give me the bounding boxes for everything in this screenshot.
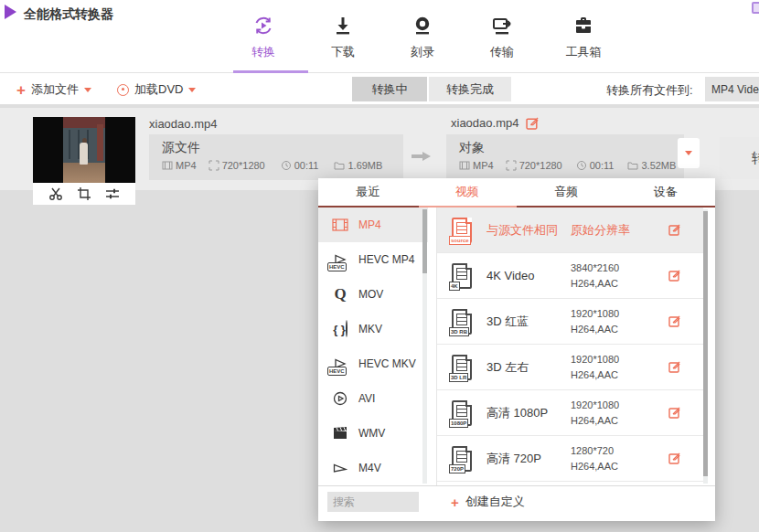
edit-preset-icon[interactable] xyxy=(668,360,682,374)
nav-tab-toolbox[interactable]: 工具箱 xyxy=(545,15,622,60)
clip-toolbar xyxy=(33,183,135,205)
source-doc-icon: source xyxy=(452,218,472,243)
preset-3d-left-right[interactable]: 3D LR 3D 左右 1920*1080H264,AAC xyxy=(437,345,703,390)
video-thumbnail[interactable] xyxy=(33,117,135,183)
app-logo-icon xyxy=(5,5,16,19)
4k-doc-icon: 4K xyxy=(452,263,472,289)
film-icon xyxy=(459,160,470,171)
resolution-icon xyxy=(506,160,517,171)
crop-icon[interactable] xyxy=(77,186,91,201)
nav-tab-transfer[interactable]: 传输 xyxy=(464,15,540,60)
matroska-icon: { } xyxy=(329,321,351,337)
thumbnail-image xyxy=(63,117,105,183)
preset-dropdown-button[interactable] xyxy=(678,138,700,168)
tab-completed[interactable]: 转换完成 xyxy=(429,77,511,101)
source-info-box: 源文件 MP4 720*1280 00:11 1.69MB xyxy=(149,134,403,180)
3d-rb-doc-icon: 3D RB xyxy=(452,309,472,335)
account-icon[interactable] xyxy=(752,2,759,14)
format-option-mov[interactable]: Q MOV xyxy=(318,277,428,312)
create-custom-button[interactable]: + 创建自定义 xyxy=(451,494,525,510)
preset-list: source 与源文件相同 原始分辨率 4K 4K Video 3840*216… xyxy=(437,207,703,487)
nav-tab-convert[interactable]: 转换 xyxy=(225,15,302,60)
play-circle-icon xyxy=(329,391,351,406)
preset-3d-red-blue[interactable]: 3D RB 3D 红蓝 1920*1080H264,AAC xyxy=(437,299,703,345)
3d-lr-doc-icon: 3D LR xyxy=(452,355,472,380)
app-window: 全能格式转换器 转换 下载 xyxy=(0,0,759,532)
plus-icon: + xyxy=(451,495,459,509)
load-dvd-button[interactable]: 加载DVD xyxy=(117,80,196,99)
format-option-avi[interactable]: AVI xyxy=(318,381,428,416)
row-convert-button[interactable]: 转换 xyxy=(720,137,759,179)
filmstrip-icon xyxy=(329,218,351,231)
target-filename: xiaodao.mp4 xyxy=(451,116,518,130)
nav-tab-download[interactable]: 下载 xyxy=(305,15,381,60)
clock-icon xyxy=(281,160,292,171)
trim-scissors-icon[interactable] xyxy=(48,186,63,201)
720p-doc-icon: 720P xyxy=(452,446,472,472)
disc-icon xyxy=(117,84,129,96)
popup-tab-audio[interactable]: 音频 xyxy=(517,178,616,206)
convert-all-label: 转换所有文件到: xyxy=(606,82,693,99)
quicktime-icon: Q xyxy=(329,285,351,303)
chevron-down-icon xyxy=(685,151,692,155)
convert-icon xyxy=(252,15,274,37)
1080p-doc-icon: 1080P xyxy=(452,400,472,426)
clapperboard-icon xyxy=(329,427,351,440)
chevron-down-icon xyxy=(84,88,91,92)
arrow-right-icon xyxy=(412,151,432,162)
film-icon xyxy=(162,160,173,171)
nav-tab-burn[interactable]: 刻录 xyxy=(384,15,461,60)
folder-icon xyxy=(627,160,638,171)
preset-list-scrollbar[interactable] xyxy=(703,209,708,484)
format-option-m4v[interactable]: M4V xyxy=(318,451,428,485)
target-info-box: 对象 MP4 720*1280 00:11 3.52MB xyxy=(446,134,684,180)
hevc-play-icon: HEVC xyxy=(329,253,351,266)
add-file-button[interactable]: + 添加文件 xyxy=(16,80,91,99)
folder-icon xyxy=(334,160,345,171)
format-option-hevc-mp4[interactable]: HEVC HEVC MP4 xyxy=(318,242,428,277)
search-input[interactable] xyxy=(327,492,419,512)
download-icon xyxy=(332,15,354,37)
convert-all-format-select[interactable]: MP4 Video xyxy=(705,77,759,101)
hevc-play-icon: HEVC xyxy=(329,357,351,370)
transfer-icon xyxy=(491,15,513,37)
active-tab-indicator xyxy=(233,70,308,73)
app-title: 全能格式转换器 xyxy=(24,6,113,23)
target-box-title: 对象 xyxy=(459,140,485,156)
format-option-wmv[interactable]: WMV xyxy=(318,416,428,451)
toolbox-icon xyxy=(572,15,594,37)
format-option-hevc-mkv[interactable]: HEVC HEVC MKV xyxy=(318,346,428,381)
popup-bottom-divider xyxy=(318,485,715,486)
popup-tab-recent[interactable]: 最近 xyxy=(318,178,418,206)
edit-preset-icon[interactable] xyxy=(668,314,682,328)
preset-4k-video[interactable]: 4K 4K Video 3840*2160H264,AAC xyxy=(437,253,703,299)
format-option-mkv[interactable]: { } MKV xyxy=(318,312,428,346)
popup-tab-bar: 最近 视频 音频 设备 xyxy=(318,178,715,206)
tab-converting[interactable]: 转换中 xyxy=(352,77,427,101)
pennant-icon xyxy=(329,463,351,473)
effects-sliders-icon[interactable] xyxy=(105,186,120,201)
popup-tab-device[interactable]: 设备 xyxy=(616,178,716,206)
toolbar: + 添加文件 加载DVD 转换中 转换完成 转换所有文件到: MP4 Video xyxy=(0,74,759,104)
rename-edit-icon[interactable] xyxy=(526,116,540,130)
resolution-icon xyxy=(208,160,219,171)
format-preset-popup: 最近 视频 音频 设备 MP4 xyxy=(318,178,715,521)
plus-icon: + xyxy=(16,82,26,98)
popup-tab-video[interactable]: 视频 xyxy=(418,178,518,206)
format-list-scrollbar[interactable] xyxy=(422,209,427,484)
edit-preset-icon[interactable] xyxy=(668,269,682,282)
preset-same-as-source[interactable]: source 与源文件相同 原始分辨率 xyxy=(437,207,703,253)
content-area: xiaodao.mp4 源文件 MP4 720*1280 00:11 1.69M… xyxy=(0,104,759,532)
edit-preset-icon[interactable] xyxy=(668,223,682,237)
preset-hd-1080p[interactable]: 1080P 高清 1080P 1920*1080H264,AAC xyxy=(437,390,703,436)
edit-preset-icon[interactable] xyxy=(668,406,682,420)
source-box-title: 源文件 xyxy=(162,140,200,156)
chevron-down-icon xyxy=(188,88,196,92)
clock-icon xyxy=(576,160,587,171)
edit-preset-icon[interactable] xyxy=(668,452,682,465)
burn-disc-icon xyxy=(412,15,433,37)
preset-hd-720p[interactable]: 720P 高清 720P 1280*720H264,AAC xyxy=(437,436,703,482)
format-option-mp4[interactable]: MP4 xyxy=(318,207,428,242)
source-filename: xiaodao.mp4 xyxy=(149,117,217,131)
header: 全能格式转换器 转换 下载 xyxy=(0,0,759,73)
